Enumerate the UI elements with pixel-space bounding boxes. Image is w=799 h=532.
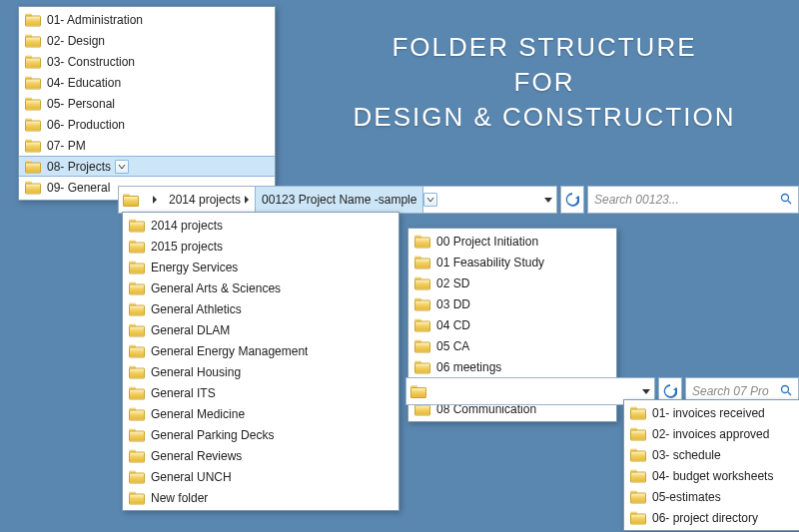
folder-panel-root: 01- Administration02- Design03- Construc… [18, 6, 276, 201]
folder-label: General Medicine [151, 407, 245, 421]
folder-row[interactable]: General Energy Management [123, 340, 399, 361]
search-placeholder: Search 00123... [594, 193, 679, 207]
folder-row[interactable]: General Athletics [123, 298, 399, 319]
folder-label: 2015 projects [151, 240, 223, 254]
folder-row[interactable]: General Housing [123, 361, 399, 382]
folder-row[interactable]: 2014 projects [123, 215, 399, 236]
folder-label: 06 meetings [436, 360, 501, 374]
svg-point-0 [782, 194, 789, 201]
folder-row[interactable]: General UNCH [123, 466, 399, 487]
breadcrumb-seg[interactable]: 2014 projects [163, 187, 255, 213]
folder-row[interactable]: General Reviews [123, 445, 399, 466]
search-input[interactable]: Search 00123... [587, 186, 799, 214]
breadcrumb-dropdown-button[interactable] [423, 193, 437, 207]
folder-icon [25, 118, 41, 131]
folder-icon [123, 194, 139, 207]
folder-label: 06- project directory [652, 511, 758, 525]
row-dropdown-button[interactable] [115, 160, 129, 174]
folder-label: 07- PM [47, 139, 86, 153]
folder-row[interactable]: General ITS [123, 382, 399, 403]
folder-label: 09- General [47, 181, 110, 195]
folder-icon [129, 470, 145, 483]
folder-row[interactable]: 05-estimates [624, 486, 799, 507]
chevron-down-icon[interactable] [642, 389, 650, 394]
folder-label: 02- invoices approved [652, 427, 769, 441]
folder-label: 03 DD [436, 297, 470, 311]
breadcrumb-tail [544, 198, 556, 203]
breadcrumb-seg-selected[interactable]: 00123 Project Name -sample [255, 187, 423, 213]
folder-label: General ITS [151, 386, 216, 400]
folder-row[interactable]: 04- budget worksheets [624, 465, 799, 486]
folder-row[interactable]: New folder [123, 487, 399, 508]
folder-icon [25, 34, 41, 47]
breadcrumb-bar[interactable] [405, 377, 655, 405]
folder-row[interactable]: 04 CD [408, 314, 616, 335]
folder-label: 02- Design [47, 34, 105, 48]
folder-icon [414, 360, 430, 373]
folder-icon [414, 276, 430, 289]
search-icon [780, 384, 792, 399]
folder-label: 04- budget worksheets [652, 469, 773, 483]
folder-row[interactable]: 03- Construction [19, 51, 275, 72]
folder-row[interactable]: 05 CA [408, 335, 616, 356]
folder-row[interactable]: 02- invoices approved [624, 423, 799, 444]
folder-icon [630, 511, 646, 524]
folder-row[interactable]: 03- schedule [624, 444, 799, 465]
folder-label: 03- Construction [47, 55, 135, 69]
title-line-3: DESIGN & CONSTRUCTION [320, 100, 769, 135]
folder-row[interactable]: General Medicine [123, 403, 399, 424]
folder-icon [129, 302, 145, 315]
search-icon [780, 193, 792, 208]
folder-row[interactable]: 01- Administration [19, 9, 275, 30]
folder-row[interactable]: 06- Production [19, 114, 275, 135]
folder-row[interactable]: 05- Personal [19, 93, 275, 114]
breadcrumb-bar[interactable]: 2014 projects 00123 Project Name -sample [118, 186, 557, 214]
folder-row[interactable]: 06- project directory [624, 507, 799, 528]
folder-row[interactable]: General Arts & Sciences [123, 277, 399, 298]
folder-icon [630, 427, 646, 440]
address-bar-projects: 2014 projects 00123 Project Name -sample… [118, 186, 799, 214]
folder-icon [414, 235, 430, 248]
folder-label: 00 Project Initiation [436, 235, 538, 249]
folder-row[interactable]: General DLAM [123, 319, 399, 340]
folder-label: General Parking Decks [151, 428, 274, 442]
folder-row-selected[interactable]: 08- Projects [19, 156, 275, 177]
folder-icon [25, 76, 41, 89]
folder-row[interactable]: Energy Services [123, 257, 399, 277]
folder-row[interactable]: 03 DD [408, 293, 616, 314]
folder-icon [25, 55, 41, 68]
svg-line-1 [788, 201, 791, 204]
breadcrumb-tail [642, 389, 654, 394]
folder-row[interactable]: General Parking Decks [123, 424, 399, 445]
folder-panel-projects: 2014 projects2015 projectsEnergy Service… [122, 212, 400, 511]
folder-row[interactable]: 07- PM [19, 135, 275, 156]
folder-icon [129, 491, 145, 504]
refresh-button[interactable] [560, 186, 584, 214]
folder-icon [414, 256, 430, 268]
folder-row[interactable]: 06 meetings [408, 356, 616, 377]
folder-row[interactable]: 04- Education [19, 72, 275, 93]
folder-icon [630, 406, 646, 419]
svg-point-2 [782, 385, 789, 392]
svg-line-3 [788, 392, 791, 395]
folder-icon [25, 139, 41, 152]
folder-list-pm: 01- invoices received02- invoices approv… [624, 400, 799, 530]
folder-icon [410, 385, 426, 398]
folder-row[interactable]: 01 Feasability Study [408, 252, 616, 272]
folder-icon [129, 449, 145, 462]
folder-row[interactable]: 02- Design [19, 30, 275, 51]
folder-label: 06- Production [47, 118, 125, 132]
folder-row[interactable]: 00 Project Initiation [408, 231, 616, 252]
folder-row[interactable]: 01- invoices received [624, 402, 799, 423]
folder-label: 01- Administration [47, 13, 143, 27]
folder-label: 01- invoices received [652, 406, 765, 420]
folder-icon [129, 323, 145, 336]
breadcrumb-seg[interactable] [143, 187, 163, 213]
folder-row[interactable]: 2015 projects [123, 236, 399, 257]
folder-label: General Energy Management [151, 344, 308, 358]
chevron-down-icon[interactable] [544, 198, 552, 203]
folder-row[interactable]: 02 SD [408, 272, 616, 293]
folder-icon [129, 261, 145, 273]
folder-icon [414, 339, 430, 352]
folder-label: General Athletics [151, 302, 242, 316]
